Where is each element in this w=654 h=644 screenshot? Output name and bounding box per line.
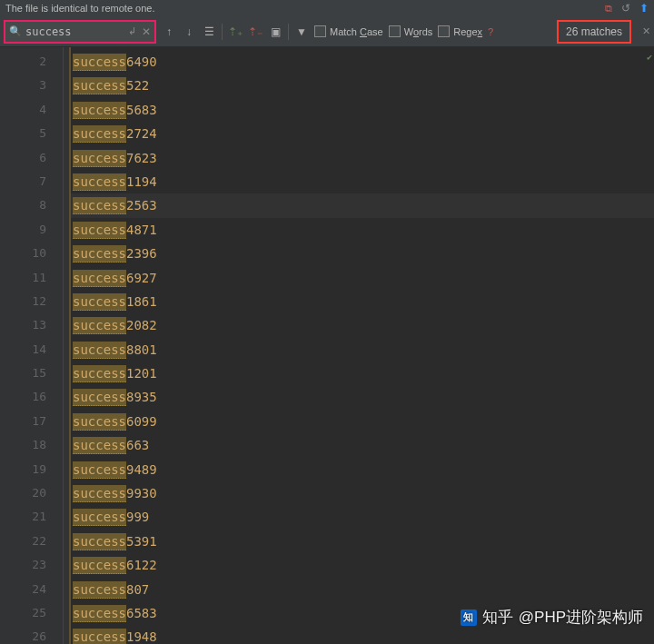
line-number: 22 [0,530,63,553]
close-find-icon[interactable]: ✕ [642,25,650,37]
line-number: 16 [0,385,63,409]
code-line[interactable]: success9930 [71,481,654,505]
search-highlight: success [73,389,126,406]
line-number: 8 [0,193,63,217]
search-highlight: success [73,485,126,502]
select-all-button[interactable]: ☰ [202,25,216,38]
code-line[interactable]: success2563 [71,193,654,217]
code-line[interactable]: success807 [71,578,654,601]
code-line[interactable]: success8801 [71,338,654,362]
words-checkbox[interactable]: Words [389,25,433,37]
help-icon[interactable]: ? [488,26,493,37]
search-icon: 🔍 [9,25,22,37]
add-selection-button[interactable]: ⇡₊ [228,25,243,38]
code-line[interactable]: success6099 [71,410,654,433]
search-highlight: success [73,509,126,526]
fold-bar [64,47,71,644]
match-case-checkbox[interactable]: Match Case [314,25,383,37]
code-line[interactable]: success6927 [71,266,654,290]
line-number: 7 [0,170,63,193]
search-highlight: success [73,270,126,287]
line-number: 6 [0,146,63,170]
search-highlight: success [73,222,126,239]
export-button[interactable]: ▣ [268,25,282,38]
search-highlight: success [73,557,126,574]
line-number: 4 [0,98,63,122]
line-number: 23 [0,553,63,577]
watermark-author: @PHP进阶架构师 [519,607,643,628]
code-line[interactable]: success8935 [71,385,654,409]
words-label: Words [404,26,433,37]
matches-label: 26 matches [566,25,622,38]
line-number: 19 [0,458,63,481]
code-line[interactable]: success1201 [71,362,654,385]
line-gutter: 2345678910111213141516171819202122232425… [0,47,64,644]
search-highlight: success [73,125,126,143]
checkbox-box [314,25,326,37]
search-highlight: success [73,581,126,599]
code-line[interactable]: success663 [71,433,654,457]
code-line[interactable]: success522 [71,74,654,97]
search-highlight: success [73,605,126,622]
search-highlight: success [73,150,126,167]
search-highlight: success [73,54,126,71]
code-line[interactable]: success1861 [71,290,654,313]
line-number: 3 [0,74,63,97]
next-match-button[interactable]: ↓ [182,25,196,38]
search-input[interactable] [25,25,107,38]
search-highlight: success [73,413,126,431]
code-line[interactable]: success2082 [71,313,654,337]
line-number: 2 [0,50,63,74]
watermark-site: 知乎 [482,607,513,628]
code-line[interactable]: success6490 [71,50,654,74]
search-highlight: success [73,533,126,550]
code-line[interactable]: success2396 [71,242,654,265]
code-line[interactable]: success1948 [71,625,654,644]
line-number: 24 [0,578,63,601]
match-case-label: Match Case [330,26,383,37]
regex-label: Regex [453,26,482,37]
prev-match-button[interactable]: ↑ [162,25,176,38]
code-line[interactable]: success2724 [71,122,654,145]
code-line[interactable]: success5683 [71,98,654,122]
line-number: 18 [0,433,63,457]
inspection-gutter: ✔ [645,47,654,65]
find-bar: 🔍 ↲ ✕ ↑ ↓ ☰ ⇡₊ ⇡₋ ▣ ▼ Match Case Words R… [0,16,654,47]
line-number: 9 [0,218,63,242]
filter-button[interactable]: ▼ [294,25,309,38]
upload-icon[interactable]: ⬆ [639,2,649,15]
clear-search-icon[interactable]: ✕ [142,25,151,38]
search-highlight: success [73,461,126,479]
line-number: 11 [0,266,63,290]
search-highlight: success [73,293,126,311]
line-number: 5 [0,122,63,145]
line-number: 13 [0,313,63,337]
status-message: The file is identical to remote one. [5,3,154,14]
search-highlight: success [73,365,126,382]
code-line[interactable]: success7623 [71,146,654,170]
search-highlight: success [73,77,126,94]
search-highlight: success [73,317,126,334]
watermark: 知 知乎 @PHP进阶架构师 [461,607,643,628]
code-line[interactable]: success1194 [71,170,654,193]
compare-icon[interactable]: ⧉ [605,3,612,15]
checkbox-box [438,25,450,37]
code-line[interactable]: success6122 [71,553,654,577]
line-number: 14 [0,338,63,362]
history-icon[interactable]: ↺ [621,2,630,15]
status-actions: ⧉ ↺ ⬆ [605,2,649,15]
search-highlight: success [73,197,126,214]
code-line[interactable]: success5391 [71,530,654,553]
line-number: 12 [0,290,63,313]
line-number: 10 [0,242,63,265]
regex-checkbox[interactable]: Regex [438,25,482,37]
code-line[interactable]: success9489 [71,458,654,481]
search-highlight: success [73,245,126,263]
code-line[interactable]: success4871 [71,218,654,242]
code-area[interactable]: success6490success522success5683success2… [71,47,654,644]
editor: 2345678910111213141516171819202122232425… [0,47,654,644]
separator [222,24,223,40]
matches-count: 26 matches [557,20,631,44]
code-line[interactable]: success999 [71,505,654,529]
remove-selection-button[interactable]: ⇡₋ [248,25,263,38]
